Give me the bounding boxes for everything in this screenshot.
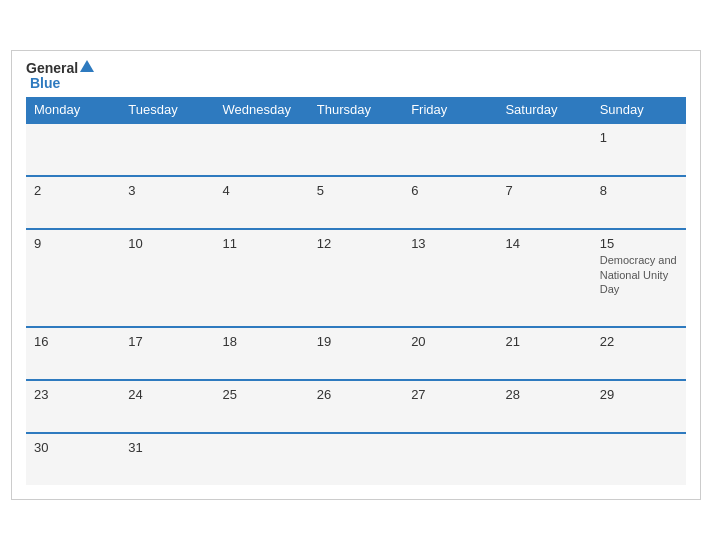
day-number: 27 [411, 387, 489, 402]
day-number: 22 [600, 334, 678, 349]
logo-wrapper: General Blue [26, 61, 95, 92]
day-number: 19 [317, 334, 395, 349]
day-number: 9 [34, 236, 112, 251]
calendar-day-cell: 28 [497, 380, 591, 433]
calendar-day-cell [497, 123, 591, 176]
day-number: 15 [600, 236, 678, 251]
calendar-week-row: 2345678 [26, 176, 686, 229]
day-number: 18 [223, 334, 301, 349]
calendar-day-cell: 2 [26, 176, 120, 229]
day-number: 29 [600, 387, 678, 402]
calendar-day-cell: 25 [215, 380, 309, 433]
calendar-day-cell [309, 433, 403, 485]
day-number: 24 [128, 387, 206, 402]
calendar-week-row: 16171819202122 [26, 327, 686, 380]
calendar-day-cell [120, 123, 214, 176]
logo: General Blue [26, 61, 95, 92]
day-number: 6 [411, 183, 489, 198]
calendar-day-cell: 10 [120, 229, 214, 327]
weekday-header-tuesday: Tuesday [120, 97, 214, 123]
calendar-table: MondayTuesdayWednesdayThursdayFridaySatu… [26, 97, 686, 485]
calendar-day-cell: 7 [497, 176, 591, 229]
calendar-day-cell: 26 [309, 380, 403, 433]
calendar-header: General Blue [26, 61, 686, 92]
day-number: 13 [411, 236, 489, 251]
calendar-day-cell: 9 [26, 229, 120, 327]
weekday-header-monday: Monday [26, 97, 120, 123]
logo-general-text: General [26, 61, 78, 76]
calendar-day-cell: 29 [592, 380, 686, 433]
calendar-week-row: 3031 [26, 433, 686, 485]
calendar-day-cell: 13 [403, 229, 497, 327]
calendar-day-cell: 12 [309, 229, 403, 327]
day-number: 11 [223, 236, 301, 251]
calendar-day-cell: 3 [120, 176, 214, 229]
calendar-day-cell [26, 123, 120, 176]
day-number: 31 [128, 440, 206, 455]
day-number: 7 [505, 183, 583, 198]
calendar-day-cell: 20 [403, 327, 497, 380]
day-number: 10 [128, 236, 206, 251]
calendar-day-cell: 18 [215, 327, 309, 380]
day-number: 1 [600, 130, 678, 145]
calendar-week-row: 9101112131415Democracy and National Unit… [26, 229, 686, 327]
day-number: 23 [34, 387, 112, 402]
day-number: 20 [411, 334, 489, 349]
calendar-day-cell: 23 [26, 380, 120, 433]
day-number: 4 [223, 183, 301, 198]
weekday-header-saturday: Saturday [497, 97, 591, 123]
calendar-day-cell: 31 [120, 433, 214, 485]
weekday-header-row: MondayTuesdayWednesdayThursdayFridaySatu… [26, 97, 686, 123]
calendar-day-cell: 16 [26, 327, 120, 380]
calendar-day-cell [403, 433, 497, 485]
calendar-day-cell: 19 [309, 327, 403, 380]
calendar-day-cell: 8 [592, 176, 686, 229]
day-number: 14 [505, 236, 583, 251]
logo-triangle-icon [80, 60, 94, 72]
calendar-day-cell: 22 [592, 327, 686, 380]
day-number: 25 [223, 387, 301, 402]
day-number: 3 [128, 183, 206, 198]
calendar-day-cell: 11 [215, 229, 309, 327]
calendar-day-cell [309, 123, 403, 176]
day-number: 5 [317, 183, 395, 198]
day-number: 2 [34, 183, 112, 198]
calendar-day-cell [403, 123, 497, 176]
calendar-day-cell: 24 [120, 380, 214, 433]
day-number: 17 [128, 334, 206, 349]
day-number: 8 [600, 183, 678, 198]
day-number: 16 [34, 334, 112, 349]
day-number: 26 [317, 387, 395, 402]
calendar-week-row: 1 [26, 123, 686, 176]
calendar-day-cell: 15Democracy and National Unity Day [592, 229, 686, 327]
day-number: 30 [34, 440, 112, 455]
calendar-day-cell: 4 [215, 176, 309, 229]
holiday-text: Democracy and National Unity Day [600, 253, 678, 296]
calendar-week-row: 23242526272829 [26, 380, 686, 433]
calendar-day-cell: 14 [497, 229, 591, 327]
calendar-day-cell [215, 433, 309, 485]
calendar-day-cell: 6 [403, 176, 497, 229]
calendar-day-cell: 30 [26, 433, 120, 485]
weekday-header-thursday: Thursday [309, 97, 403, 123]
day-number: 12 [317, 236, 395, 251]
calendar-day-cell: 21 [497, 327, 591, 380]
calendar-day-cell: 17 [120, 327, 214, 380]
calendar-day-cell [497, 433, 591, 485]
calendar-day-cell [592, 433, 686, 485]
weekday-header-friday: Friday [403, 97, 497, 123]
weekday-header-sunday: Sunday [592, 97, 686, 123]
day-number: 21 [505, 334, 583, 349]
calendar-day-cell: 27 [403, 380, 497, 433]
weekday-header-wednesday: Wednesday [215, 97, 309, 123]
calendar-day-cell: 1 [592, 123, 686, 176]
logo-blue-text: Blue [30, 75, 60, 91]
calendar-day-cell [215, 123, 309, 176]
calendar-container: General Blue MondayTuesdayWednesdayThurs… [11, 50, 701, 501]
day-number: 28 [505, 387, 583, 402]
calendar-day-cell: 5 [309, 176, 403, 229]
